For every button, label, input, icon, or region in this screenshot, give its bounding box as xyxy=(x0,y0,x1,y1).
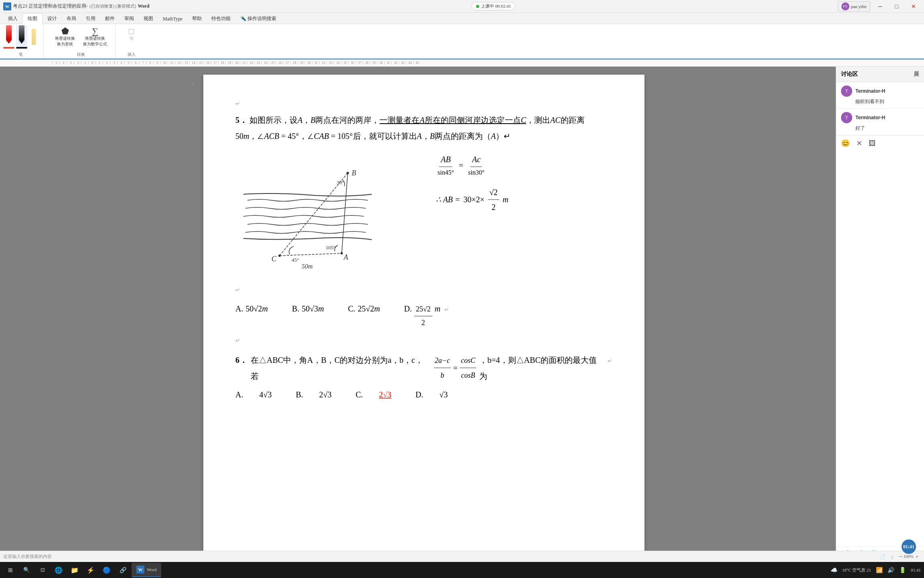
fraction-sqrt2-2: √2 2 xyxy=(488,185,499,214)
taskbar-link-button[interactable]: 🔗 xyxy=(116,563,130,577)
maximize-button[interactable]: □ xyxy=(890,1,903,12)
autosave-label: (已自动恢复) [兼容模式] xyxy=(89,3,136,9)
ruler-mark: 42 xyxy=(391,61,399,65)
ruler-mark: 20 xyxy=(233,61,240,65)
convert-shape-button[interactable]: ⬟ 将墨迹转换 换为形状 xyxy=(52,25,78,49)
screenshot-icon[interactable]: 🖼 xyxy=(869,139,876,148)
underlined-text: 一测量者在A所在的同侧河岸边选定一点C xyxy=(379,116,526,124)
tab-search[interactable]: 🔦 操作说明搜索 xyxy=(235,14,281,24)
sidebar-message-1: T Terminator-H 能听到看不到 xyxy=(836,82,924,109)
ruler-mark: 33 xyxy=(326,61,334,65)
tab-draw[interactable]: 绘图 xyxy=(22,13,43,24)
main-layout: ← ↵ 5． 如图所示，设A，B两点在河的两岸，一测量者在A所在的同侧河岸边选定… xyxy=(0,67,924,562)
insert-btn[interactable]: □ 布 xyxy=(124,25,140,43)
tab-features[interactable]: 特色功能 xyxy=(207,14,235,24)
taskbar-taskview-button[interactable]: ⊡ xyxy=(35,563,50,577)
choice-a-value: 50√2m xyxy=(245,301,267,316)
taskbar-start-button[interactable]: ⊞ xyxy=(3,563,18,577)
volume-icon: 🔊 xyxy=(888,567,894,574)
svg-text:A: A xyxy=(343,253,349,261)
tab-insert[interactable]: 插入 xyxy=(3,14,22,24)
pen-buttons xyxy=(3,25,38,49)
ruler-mark: 40 xyxy=(377,61,384,65)
taskbar-search-button[interactable]: 🔍 xyxy=(19,563,34,577)
taskbar-files-button[interactable]: 📁 xyxy=(67,563,82,577)
choice-6-a-label: A. xyxy=(235,387,243,402)
problem-6-number: 6． xyxy=(235,352,247,368)
sidebar-msg-2: 好了 xyxy=(855,125,919,132)
ruler-mark: 43 xyxy=(399,61,406,65)
tab-mathtype[interactable]: MathType xyxy=(158,14,187,24)
sidebar: 讨论区 展 T Terminator-H 能听到看不到 T Terminator… xyxy=(836,67,924,562)
taskbar: ⊞ 🔍 ⊡ 🌐 📁 ⚡ 🔵 🔗 W Word ☁️ 18°C 空气质 21 📶 … xyxy=(0,562,924,578)
close-comment-icon[interactable]: ✕ xyxy=(856,139,862,148)
ruler-mark: 1 xyxy=(81,61,88,65)
ruler-mark: 16 xyxy=(204,61,211,65)
svg-text:30°: 30° xyxy=(336,179,344,185)
word-icon: W xyxy=(136,566,144,574)
ruler-mark: 28 xyxy=(290,61,298,65)
minimize-button[interactable]: ─ xyxy=(873,1,887,12)
choice-d-label: D. xyxy=(404,301,411,316)
blue-circle-button[interactable]: 01:41 xyxy=(902,539,916,554)
choice-a: A. 50√2m xyxy=(235,301,268,329)
frac-cosC-cosB: cosC cosB xyxy=(460,353,476,383)
ruler-mark: 35 xyxy=(341,61,348,65)
close-button[interactable]: ✕ xyxy=(906,1,921,12)
ruler-mark: 31 xyxy=(312,61,319,65)
convert-math-icon: ∑ xyxy=(92,27,98,36)
choice-6-a-val: 4√3 xyxy=(259,387,272,402)
sidebar-message-2: T Terminator-H 好了 xyxy=(836,109,924,135)
sidebar-user-1: T Terminator-H xyxy=(841,85,919,97)
tab-review[interactable]: 审阅 xyxy=(120,14,139,24)
document-page[interactable]: ↵ 5． 如图所示，设A，B两点在河的两岸，一测量者在A所在的同侧河岸边选定一点… xyxy=(203,75,644,554)
convert-shape-label2: 换为形状 xyxy=(57,41,73,47)
problem-5: 5． 如图所示，设A，B两点在河的两岸，一测量者在A所在的同侧河岸边选定一点C，… xyxy=(235,112,612,346)
ruler-mark: 29 xyxy=(298,61,305,65)
convert-group-label: 转换 xyxy=(77,52,85,57)
ruler-mark: 18 xyxy=(218,61,225,65)
choice-b-value: 50√3m xyxy=(302,301,324,316)
tab-references[interactable]: 引用 xyxy=(81,14,100,24)
layout-icon: 📄 xyxy=(880,554,886,559)
statusbar-spacer: | xyxy=(892,554,893,559)
tab-layout[interactable]: 布局 xyxy=(62,14,81,24)
user-badge[interactable]: PY pan yifei xyxy=(838,1,870,12)
left-margin: ← xyxy=(191,75,203,554)
ribbon-group-pen: 笔 xyxy=(3,25,44,57)
formula-row-1: AB sin45° = Ac sin30° xyxy=(436,152,612,179)
taskbar-word-button[interactable]: W Word xyxy=(132,563,161,577)
search-bar-area: 这里输入你要搜索的内容 xyxy=(0,551,112,562)
taskbar-word-label: Word xyxy=(147,567,156,572)
sidebar-title: 讨论区 xyxy=(841,71,858,78)
emoji-smile-icon[interactable]: 😊 xyxy=(841,139,850,148)
choice-6-c-val: 2√3 xyxy=(379,387,391,402)
taskbar-lightning-button[interactable]: ⚡ xyxy=(83,563,98,577)
choice-b: B. 50√3m xyxy=(292,301,324,329)
tab-design[interactable]: 设计 xyxy=(43,14,62,24)
document-area[interactable]: ← ↵ 5． 如图所示，设A，B两点在河的两岸，一测量者在A所在的同侧河岸边选定… xyxy=(0,67,836,562)
black-pen-button[interactable] xyxy=(16,25,27,49)
taskbar-chrome-button[interactable]: 🔵 xyxy=(99,563,114,577)
red-pen-button[interactable] xyxy=(3,25,14,49)
insert-label: 布 xyxy=(130,36,134,41)
tab-help[interactable]: 帮助 xyxy=(187,14,207,24)
ruler-mark: 10 xyxy=(160,61,168,65)
ruler-mark: 5 xyxy=(52,61,59,65)
ruler-mark: 7 xyxy=(139,61,146,65)
formula-row-2: ∴ AB = 30×2× √2 2 m xyxy=(436,185,612,214)
sidebar-collapse-button[interactable]: 展 xyxy=(914,71,919,78)
ruler-mark: 1 xyxy=(95,61,103,65)
convert-math-button[interactable]: ∑ 将墨迹转换 换为数学公式 xyxy=(80,25,110,49)
ribbon-group-convert: ⬟ 将墨迹转换 换为形状 ∑ 将墨迹转换 换为数学公式 转换 xyxy=(52,25,116,57)
tab-view[interactable]: 视图 xyxy=(139,14,158,24)
pencil-button[interactable] xyxy=(29,26,38,47)
weather-icon: ☁️ xyxy=(831,567,837,574)
time-display: 01:41 xyxy=(911,568,921,572)
problem-6-text2: ，b=4，则△ABC的面积的最大值为 xyxy=(479,352,604,384)
tab-mail[interactable]: 邮件 xyxy=(100,14,120,24)
choice-d-unit: m xyxy=(435,301,440,316)
choice-a-label: A. xyxy=(235,301,243,316)
lesson-badge[interactable]: 上课中 00:02:41 xyxy=(472,2,515,10)
taskbar-edge-button[interactable]: 🌐 xyxy=(51,563,66,577)
